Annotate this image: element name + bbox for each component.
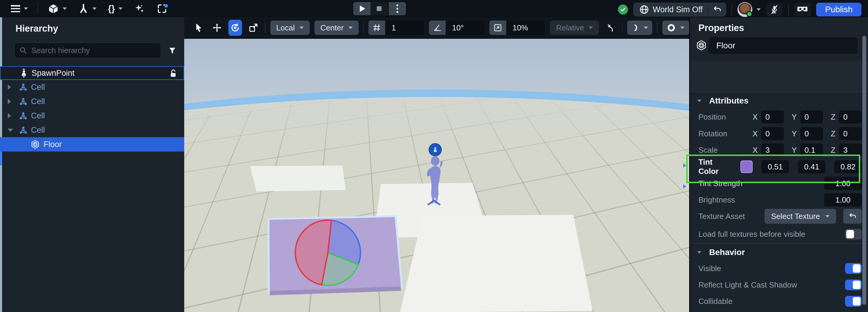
- world-sim-label: World Sim Off: [653, 5, 703, 14]
- section-collapse-caret-icon: [697, 100, 702, 102]
- undo-button[interactable]: [709, 3, 726, 16]
- rotation-z-input[interactable]: [839, 127, 862, 140]
- hierarchy-title: Hierarchy: [16, 23, 58, 34]
- viewport-column: Local Center: [184, 17, 689, 312]
- ai-assistant-button[interactable]: [132, 2, 147, 15]
- tree-item-cell-2[interactable]: Cell: [0, 94, 184, 109]
- move-tool-button[interactable]: [210, 20, 223, 36]
- texture-reset-button[interactable]: [843, 209, 862, 224]
- code-menu[interactable]: {}: [106, 2, 124, 15]
- properties-scrollbar[interactable]: [862, 36, 866, 305]
- lock-icon[interactable]: [169, 69, 177, 78]
- select-tool-button[interactable]: [192, 20, 206, 36]
- world-sim-toggle-button[interactable]: World Sim Off: [634, 3, 708, 16]
- grid-snap-input[interactable]: [386, 21, 424, 35]
- angle-snap-button[interactable]: [429, 21, 445, 35]
- tree-item-label: Cell: [31, 83, 45, 92]
- collapse-caret-icon[interactable]: [8, 129, 13, 132]
- expand-caret-icon[interactable]: [8, 113, 11, 118]
- chevron-down-icon: [24, 7, 28, 10]
- environment-dropdown[interactable]: [662, 21, 689, 35]
- tree-item-cell-3[interactable]: Cell: [0, 109, 184, 123]
- tree-item-cell-4[interactable]: Cell: [0, 123, 184, 137]
- search-input[interactable]: [31, 46, 156, 55]
- divider: [732, 4, 732, 16]
- play-button[interactable]: [353, 2, 371, 15]
- load-full-textures-row: Load full textures before visible: [699, 227, 862, 241]
- microphone-muted-button[interactable]: [766, 3, 783, 16]
- gizmo-icon: [78, 3, 89, 14]
- spawn-avatar-mannequin[interactable]: [422, 156, 449, 206]
- publish-button[interactable]: Publish: [816, 3, 862, 17]
- grid-snap-button[interactable]: [368, 21, 385, 35]
- sync-capture-button[interactable]: [155, 2, 170, 15]
- transform-space-dropdown[interactable]: Local: [270, 21, 310, 35]
- rotation-x-input[interactable]: [761, 127, 784, 140]
- expand-caret-icon[interactable]: [8, 84, 11, 90]
- viewport-3d[interactable]: [184, 39, 689, 312]
- visible-toggle[interactable]: [845, 263, 862, 274]
- rotation-y-input[interactable]: [800, 127, 823, 140]
- cell-group-icon: [19, 125, 28, 135]
- pivot-dropdown[interactable]: Center: [314, 21, 359, 35]
- rotate-gizmo[interactable]: [287, 211, 369, 295]
- brightness-row: Brightness: [699, 193, 862, 207]
- position-x-input[interactable]: [761, 110, 784, 123]
- chevron-down-icon: [589, 27, 593, 29]
- spawn-point-badge[interactable]: [429, 143, 442, 156]
- collidable-toggle[interactable]: [845, 296, 862, 307]
- snap-to-surface-button[interactable]: [603, 20, 617, 36]
- notification-dot: [164, 4, 168, 8]
- chevron-down-icon: [348, 27, 352, 29]
- relative-mode-dropdown[interactable]: Relative: [550, 21, 599, 35]
- properties-title: Properties: [699, 23, 744, 33]
- online-status-dot: [746, 11, 752, 17]
- divider: [690, 243, 868, 244]
- scale-snap-input[interactable]: [507, 21, 545, 35]
- reflect-light-toggle[interactable]: [845, 280, 862, 290]
- behavior-section-header[interactable]: Behavior: [697, 246, 745, 259]
- scale-snap-button[interactable]: [490, 21, 506, 35]
- axis-y-label: Y: [792, 146, 797, 155]
- play-options-button[interactable]: [389, 2, 406, 15]
- gizmos-menu[interactable]: [76, 2, 98, 15]
- account-menu[interactable]: [738, 2, 761, 17]
- ground-plane-dropdown[interactable]: [627, 21, 652, 35]
- tree-item-cell-1[interactable]: Cell: [0, 80, 184, 94]
- brightness-input[interactable]: [824, 193, 862, 206]
- axis-z-label: Z: [831, 112, 836, 122]
- angle-snap-input[interactable]: [446, 21, 485, 35]
- scale-snap-group: [490, 21, 545, 35]
- filter-button[interactable]: [166, 45, 178, 57]
- globe-icon: [639, 4, 649, 15]
- scale-tool-button[interactable]: [247, 20, 260, 36]
- position-y-input[interactable]: [800, 110, 823, 123]
- reflect-light-label: Reflect Light & Cast Shadow: [699, 280, 797, 290]
- tree-item-spawnpoint[interactable]: SpawnPoint: [0, 66, 184, 80]
- relative-mode-value: Relative: [556, 23, 584, 32]
- position-z-input[interactable]: [839, 110, 862, 123]
- build-objects-menu[interactable]: [46, 2, 68, 15]
- vr-preview-button[interactable]: [794, 3, 811, 16]
- main-menu-button[interactable]: [9, 2, 30, 15]
- load-full-textures-toggle[interactable]: [845, 229, 862, 239]
- window-edge-scrollbar[interactable]: [0, 17, 2, 312]
- select-texture-dropdown[interactable]: Select Texture: [765, 209, 836, 224]
- scale-label: Scale: [699, 146, 718, 155]
- annotation-marker-icon: [683, 185, 686, 189]
- spawn-direction-chevron: [426, 199, 442, 206]
- rotate-tool-button[interactable]: [228, 20, 242, 36]
- expand-caret-icon[interactable]: [8, 99, 11, 104]
- hierarchy-tree: SpawnPoint Cell: [0, 65, 184, 151]
- tree-item-floor[interactable]: Floor: [0, 137, 184, 151]
- visible-label: Visible: [699, 264, 721, 273]
- collidable-label: Collidable: [699, 297, 733, 306]
- rotation-label: Rotation: [699, 129, 727, 138]
- scale-icon: [249, 23, 258, 32]
- chevron-down-icon: [644, 27, 648, 29]
- entity-name-input[interactable]: [709, 37, 858, 54]
- chevron-down-icon: [118, 7, 123, 10]
- divider: [37, 3, 38, 15]
- stop-button[interactable]: [371, 2, 388, 15]
- attributes-section-header[interactable]: Attributes: [697, 94, 748, 107]
